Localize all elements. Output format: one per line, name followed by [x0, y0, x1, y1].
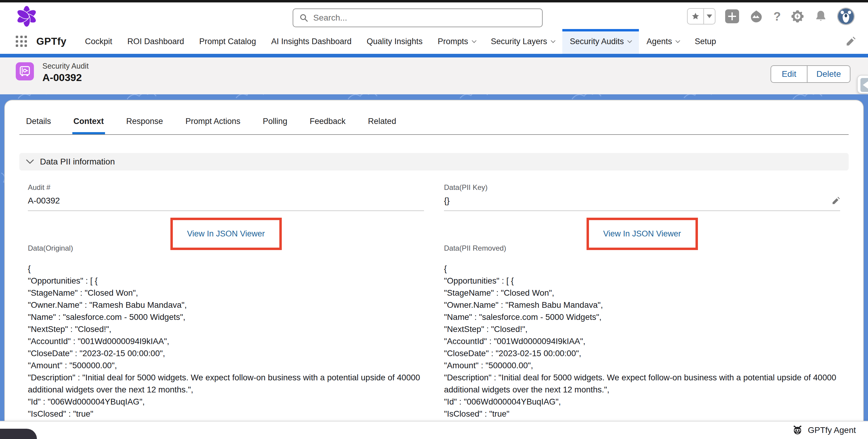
- data-pii-removed-json: { "Opportunities" : [ { "StageName" : "C…: [444, 263, 840, 421]
- data-original-json: { "Opportunities" : [ { "StageName" : "C…: [28, 263, 424, 421]
- global-header: Search... ?: [0, 2, 868, 29]
- data-original-column: View In JSON Viewer Data(Original) { "Op…: [28, 211, 424, 421]
- favorites-dropdown-icon[interactable]: [703, 9, 715, 24]
- chevron-down-icon: [26, 159, 34, 164]
- field-label: Audit #: [28, 183, 424, 192]
- app-name[interactable]: GPTfy: [36, 36, 67, 47]
- data-pii-removed-column: View In JSON Viewer Data(PII Removed) { …: [444, 211, 840, 421]
- global-actions-icon[interactable]: [725, 9, 739, 23]
- chevron-down-icon[interactable]: [471, 38, 476, 43]
- setup-gear-icon[interactable]: [790, 9, 804, 23]
- gptfy-logo-icon: [16, 5, 37, 28]
- favorite-star-icon[interactable]: [688, 9, 703, 24]
- annotation-red-box: View In JSON Viewer: [587, 218, 698, 250]
- nav-item-roi-dashboard[interactable]: ROI Dashboard: [120, 29, 192, 54]
- dock-corner-shape: [0, 429, 37, 439]
- nav-item-prompt-catalog[interactable]: Prompt Catalog: [192, 29, 264, 54]
- record-header: Security Audit A-00392 Edit Delete: [0, 58, 868, 94]
- notifications-bell-icon[interactable]: [814, 10, 828, 23]
- app-background: Details Context Response Prompt Actions …: [0, 94, 868, 421]
- app-navigation-bar: GPTfy Cockpit ROI Dashboard Prompt Catal…: [0, 29, 868, 54]
- security-audit-object-icon: [16, 62, 34, 80]
- chevron-down-icon[interactable]: [627, 38, 632, 43]
- expand-side-panel-button[interactable]: [857, 75, 868, 94]
- trailhead-icon[interactable]: [749, 9, 764, 24]
- tab-details[interactable]: Details: [25, 112, 52, 134]
- edit-button[interactable]: Edit: [771, 65, 807, 83]
- robot-agent-icon: [792, 425, 803, 436]
- field-pii-key: Data(PII Key) {}: [444, 183, 840, 211]
- chevron-down-icon[interactable]: [551, 38, 555, 43]
- collapse-left-arrow-icon: [861, 78, 868, 92]
- utility-bar: GPTfy Agent: [0, 421, 868, 439]
- chevron-down-icon[interactable]: [676, 38, 680, 43]
- nav-item-prompts[interactable]: Prompts: [430, 29, 483, 54]
- section-title: Data PII information: [40, 157, 115, 167]
- user-avatar[interactable]: [837, 7, 855, 25]
- field-value: A-00392: [28, 196, 60, 206]
- global-search-input[interactable]: Search...: [293, 8, 542, 27]
- os-top-strip: [0, 0, 868, 2]
- agent-label: GPTfy Agent: [808, 426, 856, 435]
- search-placeholder: Search...: [313, 13, 347, 23]
- favorites-control[interactable]: [687, 8, 715, 25]
- field-value: {}: [444, 196, 450, 206]
- tab-related[interactable]: Related: [367, 112, 397, 134]
- delete-button[interactable]: Delete: [807, 65, 850, 83]
- nav-brand-underline: [0, 54, 868, 58]
- nav-item-setup[interactable]: Setup: [687, 29, 724, 54]
- record-detail-panel: Details Context Response Prompt Actions …: [4, 100, 864, 421]
- gptfy-agent-button[interactable]: GPTfy Agent: [792, 421, 856, 439]
- inline-edit-pencil-icon[interactable]: [832, 197, 840, 205]
- section-header-data-pii[interactable]: Data PII information: [19, 153, 849, 171]
- tab-prompt-actions[interactable]: Prompt Actions: [184, 112, 242, 134]
- tab-context[interactable]: Context: [72, 112, 105, 134]
- annotation-red-box: View In JSON Viewer: [170, 218, 282, 250]
- view-in-json-viewer-link[interactable]: View In JSON Viewer: [603, 229, 681, 239]
- field-audit-number: Audit # A-00392: [28, 183, 424, 211]
- record-name: A-00392: [42, 72, 89, 83]
- nav-item-security-layers[interactable]: Security Layers: [483, 29, 562, 54]
- nav-item-cockpit[interactable]: Cockpit: [78, 29, 120, 54]
- record-tabs: Details Context Response Prompt Actions …: [19, 109, 849, 135]
- nav-item-agents[interactable]: Agents: [639, 29, 687, 54]
- app-launcher-icon[interactable]: [16, 36, 27, 47]
- search-icon: [299, 13, 308, 22]
- view-in-json-viewer-link[interactable]: View In JSON Viewer: [187, 229, 265, 239]
- record-object-label: Security Audit: [42, 62, 89, 70]
- tab-response[interactable]: Response: [125, 112, 164, 134]
- nav-item-security-audits[interactable]: Security Audits: [562, 29, 639, 54]
- field-label: Data(PII Key): [444, 183, 840, 192]
- tab-feedback[interactable]: Feedback: [308, 112, 347, 134]
- nav-item-quality-insights[interactable]: Quality Insights: [359, 29, 430, 54]
- tab-polling[interactable]: Polling: [261, 112, 288, 134]
- edit-page-pencil-icon[interactable]: [846, 36, 856, 46]
- help-icon[interactable]: ?: [774, 10, 781, 22]
- nav-item-ai-insights-dashboard[interactable]: AI Insights Dashboard: [264, 29, 359, 54]
